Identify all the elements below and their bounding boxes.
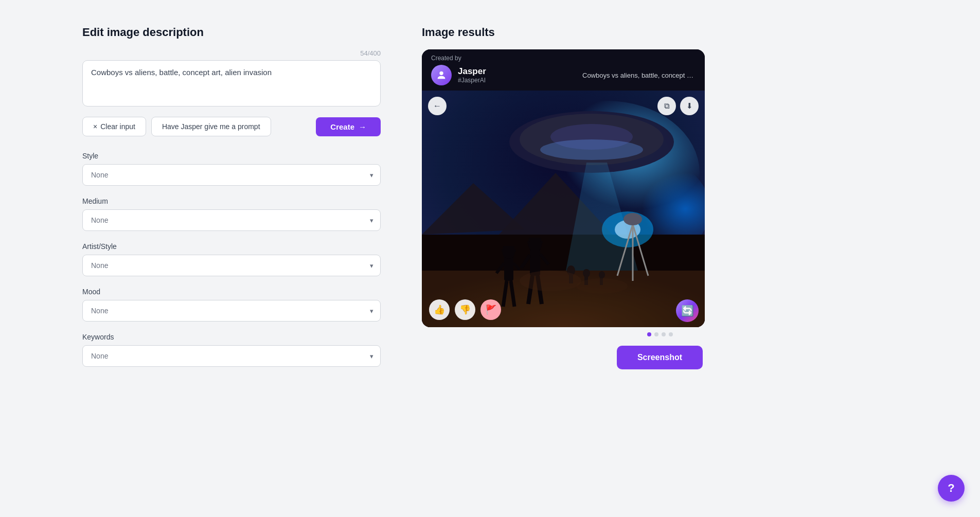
clear-button[interactable]: × Clear input <box>82 117 146 136</box>
creator-info: Jasper #JasperAI <box>458 66 576 84</box>
flag-icon: 🚩 <box>485 304 496 315</box>
keywords-select[interactable]: None <box>82 345 381 367</box>
artist-select-wrapper: None ▾ <box>82 255 381 276</box>
style-field-group: Style None ▾ <box>82 152 381 186</box>
left-panel: Edit image description 54/400 × Clear in… <box>82 21 381 496</box>
svg-point-18 <box>623 213 642 225</box>
jasper-prompt-label: Have Jasper give me a prompt <box>162 122 260 131</box>
svg-rect-22 <box>503 246 514 250</box>
keywords-select-wrapper: None ▾ <box>82 345 381 367</box>
generated-image <box>422 91 705 327</box>
copy-button[interactable]: ⧉ <box>657 97 676 115</box>
jasper-prompt-button[interactable]: Have Jasper give me a prompt <box>151 117 271 136</box>
spinner-icon: 🔄 <box>681 305 694 317</box>
pagination-dots <box>422 332 898 336</box>
image-wrapper: ← ⧉ ⬇ 👍 👎 <box>422 91 705 327</box>
mood-field-group: Mood None ▾ <box>82 288 381 322</box>
reaction-icons: 👍 👎 🚩 <box>429 299 501 320</box>
svg-point-41 <box>520 271 581 291</box>
thumbs-up-icon: 👍 <box>434 304 445 315</box>
description-textarea[interactable] <box>82 60 381 106</box>
svg-point-0 <box>439 72 443 75</box>
arrow-right-icon: → <box>359 122 366 131</box>
created-by-label: Created by <box>431 55 696 62</box>
medium-field-group: Medium None ▾ <box>82 197 381 231</box>
mood-select[interactable]: None <box>82 300 381 322</box>
dot-2[interactable] <box>654 332 658 336</box>
right-panel: Image results Created by Jasper #JasperA… <box>422 21 898 496</box>
page-title: Edit image description <box>82 26 381 39</box>
svg-rect-19 <box>504 255 513 281</box>
keywords-label: Keywords <box>82 333 381 341</box>
download-icon: ⬇ <box>686 101 693 111</box>
image-card: Created by Jasper #JasperAI Cowboys vs a… <box>422 49 705 327</box>
results-title: Image results <box>422 26 898 39</box>
dot-4[interactable] <box>669 332 673 336</box>
artist-label: Artist/Style <box>82 242 381 251</box>
svg-point-7 <box>540 139 643 160</box>
svg-rect-30 <box>529 238 541 242</box>
screenshot-button[interactable]: Screenshot <box>617 346 703 369</box>
thumbs-up-button[interactable]: 👍 <box>429 299 450 320</box>
medium-select[interactable]: None <box>82 209 381 231</box>
style-select[interactable]: None <box>82 164 381 186</box>
style-select-wrapper: None ▾ <box>82 164 381 186</box>
creator-name: Jasper <box>458 66 576 77</box>
creator-tag: #JasperAI <box>458 77 576 84</box>
prompt-preview: Cowboys vs aliens, battle, concept art, … <box>582 72 696 79</box>
dot-1[interactable] <box>647 332 651 336</box>
svg-point-42 <box>576 278 628 294</box>
thumbs-down-icon: 👎 <box>459 304 471 315</box>
artist-field-group: Artist/Style None ▾ <box>82 242 381 276</box>
mood-select-wrapper: None ▾ <box>82 300 381 322</box>
thumbs-down-button[interactable]: 👎 <box>455 299 475 320</box>
mood-label: Mood <box>82 288 381 296</box>
arrow-left-icon: ← <box>433 101 441 111</box>
help-button[interactable]: ? <box>938 475 965 502</box>
download-button[interactable]: ⬇ <box>680 97 699 115</box>
screenshot-label: Screenshot <box>637 353 682 362</box>
flag-button[interactable]: 🚩 <box>480 299 501 320</box>
create-label: Create <box>330 122 354 131</box>
artist-select[interactable]: None <box>82 255 381 276</box>
medium-label: Medium <box>82 197 381 205</box>
char-count: 54/400 <box>82 49 381 57</box>
copy-icon: ⧉ <box>664 101 670 111</box>
action-buttons: × Clear input Have Jasper give me a prom… <box>82 117 381 136</box>
medium-select-wrapper: None ▾ <box>82 209 381 231</box>
regenerate-button[interactable]: 🔄 <box>676 299 699 322</box>
create-button[interactable]: Create → <box>316 117 381 136</box>
help-icon: ? <box>948 482 954 495</box>
close-icon: × <box>93 122 97 131</box>
keywords-field-group: Keywords None ▾ <box>82 333 381 367</box>
top-action-icons: ⧉ ⬇ <box>657 97 699 115</box>
style-label: Style <box>82 152 381 160</box>
clear-button-label: Clear input <box>100 122 135 131</box>
back-button[interactable]: ← <box>428 97 447 115</box>
dot-3[interactable] <box>662 332 666 336</box>
avatar <box>431 65 452 85</box>
